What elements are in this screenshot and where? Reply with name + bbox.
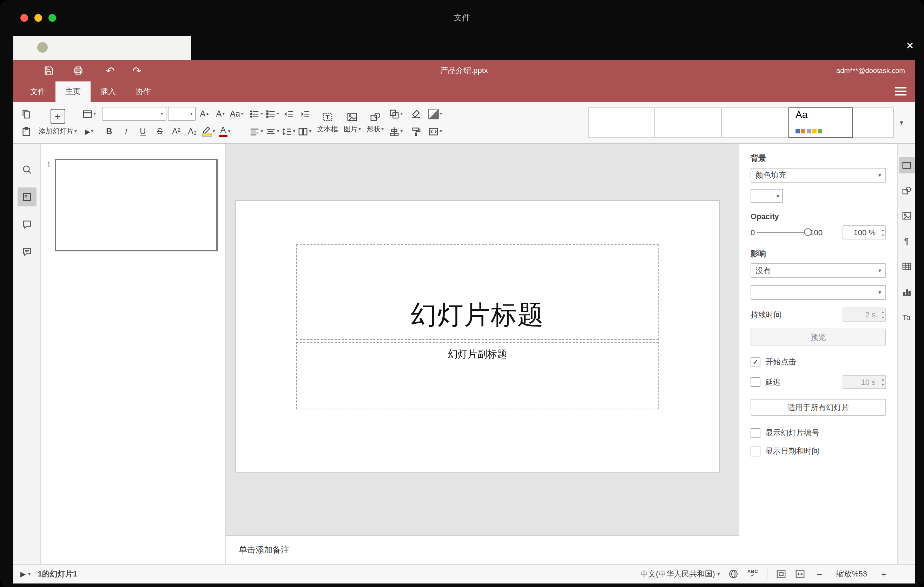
shape-settings-button[interactable] bbox=[898, 183, 914, 199]
delay-checkbox[interactable] bbox=[751, 377, 761, 387]
comments-button[interactable] bbox=[17, 215, 36, 234]
slide-canvas[interactable]: 幻灯片标题 幻灯片副标题 bbox=[226, 144, 739, 535]
theme-option[interactable] bbox=[588, 107, 655, 138]
slide-layout-button[interactable] bbox=[82, 106, 97, 121]
insert-shape-button[interactable]: 形状 bbox=[366, 111, 384, 134]
subtitle-placeholder[interactable]: 幻灯片副标题 bbox=[296, 342, 658, 409]
start-on-click-checkbox[interactable]: ✓ bbox=[751, 357, 761, 367]
insert-textbox-button[interactable]: 文本框 bbox=[317, 111, 338, 134]
set-language-button[interactable] bbox=[728, 569, 739, 579]
opacity-slider[interactable] bbox=[757, 232, 807, 233]
slide-thumbnail[interactable] bbox=[55, 159, 218, 251]
slide-size-button[interactable] bbox=[428, 124, 443, 139]
copy-style-button[interactable] bbox=[408, 124, 423, 139]
change-case-button[interactable]: Aa bbox=[229, 106, 244, 121]
line-spacing-button[interactable] bbox=[281, 124, 296, 139]
decrease-indent-button[interactable] bbox=[281, 106, 296, 121]
increase-indent-button[interactable] bbox=[297, 106, 312, 121]
theme-gallery-expand-button[interactable]: ▾ bbox=[894, 107, 909, 138]
image-settings-button[interactable] bbox=[898, 208, 914, 224]
show-slide-number-checkbox[interactable] bbox=[751, 428, 761, 438]
title-placeholder[interactable]: 幻灯片标题 bbox=[296, 244, 658, 340]
undo-button[interactable]: ↶ bbox=[102, 63, 118, 78]
columns-button[interactable] bbox=[297, 124, 312, 139]
chat-button[interactable] bbox=[17, 242, 36, 261]
increase-font-button[interactable]: A bbox=[197, 106, 212, 121]
horizontal-align-button[interactable] bbox=[249, 124, 264, 139]
slides-panel-button[interactable] bbox=[17, 188, 36, 206]
chart-settings-button[interactable] bbox=[898, 284, 914, 300]
spell-check-button[interactable]: ABC ✓ bbox=[747, 569, 758, 579]
layout-start-group: ▶ bbox=[82, 106, 97, 139]
show-date-checkbox[interactable] bbox=[751, 446, 761, 456]
save-button[interactable] bbox=[41, 63, 56, 78]
paragraph-settings-button[interactable]: ¶ bbox=[898, 233, 914, 249]
quick-access-row: ↶ ↷ 产品介绍.pptx adm***@dootask.com bbox=[13, 60, 915, 81]
subscript-button[interactable]: A₂ bbox=[185, 124, 200, 139]
zoom-in-button[interactable]: + bbox=[878, 569, 889, 580]
superscript-button[interactable]: A² bbox=[169, 124, 183, 139]
spinner-arrows-icon[interactable]: ▴▾ bbox=[882, 227, 884, 238]
tab-collaboration[interactable]: 协作 bbox=[126, 81, 161, 102]
clear-style-button[interactable] bbox=[408, 106, 423, 121]
print-button[interactable] bbox=[70, 63, 86, 78]
underline-button[interactable]: U bbox=[135, 124, 150, 139]
add-slide-label[interactable]: 添加幻灯片 bbox=[39, 126, 77, 136]
spinner-arrows-icon[interactable]: ▴▾ bbox=[882, 309, 884, 320]
increase-indent-icon bbox=[299, 109, 310, 119]
search-button[interactable] bbox=[17, 160, 36, 179]
italic-button[interactable]: I bbox=[118, 124, 134, 139]
decrease-font-button[interactable]: A bbox=[213, 106, 228, 121]
fit-width-button[interactable] bbox=[795, 569, 805, 579]
font-color-button[interactable]: A bbox=[217, 124, 232, 139]
tab-home[interactable]: 主页 bbox=[56, 81, 91, 102]
vertical-align-button[interactable] bbox=[265, 124, 280, 139]
apply-to-all-slides-button[interactable]: 适用于所有幻灯片 bbox=[751, 399, 886, 416]
theme-option[interactable] bbox=[722, 107, 789, 138]
bullet-list-button[interactable] bbox=[249, 106, 264, 121]
background-fill-select[interactable]: 颜色填充▾ bbox=[751, 168, 886, 183]
shape-fill-button[interactable] bbox=[428, 106, 443, 121]
theme-option[interactable] bbox=[655, 107, 722, 138]
slide-settings-button[interactable] bbox=[898, 157, 914, 173]
font-size-combo[interactable] bbox=[167, 107, 196, 121]
slide[interactable]: 幻灯片标题 幻灯片副标题 bbox=[236, 201, 719, 472]
image-icon bbox=[346, 111, 358, 123]
status-right-cluster: 中文(中华人民共和国) ▾ ABC ✓ − 缩放%53 bbox=[640, 569, 889, 580]
opacity-value-spinner[interactable]: 100 % ▴▾ bbox=[843, 225, 886, 239]
insert-image-button[interactable]: 图片 bbox=[344, 111, 361, 134]
notes-area[interactable]: 单击添加备注 bbox=[226, 535, 739, 564]
effect-variant-select[interactable]: ▾ bbox=[751, 285, 886, 300]
tab-file[interactable]: 文件 bbox=[20, 81, 56, 102]
zoom-out-button[interactable]: − bbox=[814, 569, 825, 580]
left-icon-rail bbox=[13, 144, 41, 564]
start-slideshow-button[interactable]: ▶ bbox=[82, 124, 97, 139]
duration-spinner[interactable]: 2 s ▴▾ bbox=[843, 308, 886, 322]
delay-spinner[interactable]: 10 s ▴▾ bbox=[843, 375, 886, 389]
background-color-picker[interactable]: ▾ bbox=[751, 189, 783, 203]
theme-option-selected[interactable]: Aa bbox=[789, 107, 853, 138]
font-name-combo[interactable] bbox=[101, 107, 166, 121]
spinner-arrows-icon[interactable]: ▴▾ bbox=[882, 376, 884, 387]
menu-hamburger-icon[interactable] bbox=[895, 87, 906, 96]
add-slide-button[interactable] bbox=[51, 109, 65, 124]
language-selector[interactable]: 中文(中华人民共和国) ▾ bbox=[640, 569, 720, 579]
start-preview-button[interactable]: ▶ ▾ bbox=[20, 570, 31, 578]
paste-button[interactable] bbox=[19, 124, 34, 139]
text-art-settings-button[interactable]: Ta bbox=[898, 309, 914, 325]
align-shapes-button[interactable] bbox=[389, 124, 403, 139]
theme-option[interactable] bbox=[853, 107, 894, 138]
numbered-list-button[interactable] bbox=[265, 106, 280, 121]
close-preview-button[interactable]: × bbox=[903, 39, 917, 53]
redo-button[interactable]: ↷ bbox=[129, 63, 145, 78]
fit-slide-button[interactable] bbox=[776, 569, 786, 579]
arrange-shapes-button[interactable] bbox=[389, 106, 403, 121]
copy-button[interactable] bbox=[19, 106, 34, 121]
effect-select[interactable]: 没有▾ bbox=[751, 263, 886, 278]
tab-insert[interactable]: 插入 bbox=[91, 81, 126, 102]
bold-button[interactable]: B bbox=[101, 124, 117, 139]
table-settings-button[interactable] bbox=[898, 258, 914, 275]
strikethrough-button[interactable]: S bbox=[152, 124, 167, 139]
highlight-color-button[interactable] bbox=[201, 124, 216, 139]
preview-button[interactable]: 预览 bbox=[751, 329, 886, 345]
